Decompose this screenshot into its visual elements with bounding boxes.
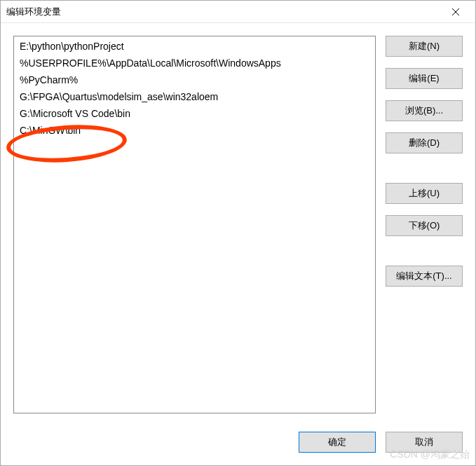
movedown-button[interactable]: 下移(O) — [386, 215, 463, 236]
delete-button[interactable]: 删除(D) — [386, 132, 463, 153]
ok-button[interactable]: 确定 — [299, 432, 376, 453]
cancel-button[interactable]: 取消 — [386, 432, 463, 453]
close-button[interactable] — [442, 1, 470, 23]
list-item[interactable]: G:\Microsoft VS Code\bin — [15, 105, 374, 122]
bottom-bar: 确定 取消 — [1, 423, 475, 465]
list-item[interactable]: C:\MinGW\bin — [15, 122, 374, 139]
list-item[interactable]: %USERPROFILE%\AppData\Local\Microsoft\Wi… — [15, 55, 374, 71]
moveup-button[interactable]: 上移(U) — [386, 183, 463, 204]
close-icon — [451, 8, 460, 16]
browse-button[interactable]: 浏览(B)... — [386, 100, 463, 121]
edit-button[interactable]: 编辑(E) — [386, 68, 463, 89]
titlebar: 编辑环境变量 — [1, 1, 475, 23]
dialog-window: 编辑环境变量 E:\python\pythonProject %USERPROF… — [0, 0, 476, 466]
new-button[interactable]: 新建(N) — [386, 36, 463, 57]
window-title: 编辑环境变量 — [6, 6, 442, 18]
side-button-column: 新建(N) 编辑(E) 浏览(B)... 删除(D) 上移(U) 下移(O) 编… — [386, 36, 463, 413]
list-item[interactable]: G:\FPGA\Quartus\modelsim_ase\win32aloem — [15, 88, 374, 105]
edittext-button[interactable]: 编辑文本(T)... — [386, 266, 463, 287]
path-listbox[interactable]: E:\python\pythonProject %USERPROFILE%\Ap… — [13, 36, 376, 413]
list-item[interactable]: E:\python\pythonProject — [15, 38, 374, 55]
list-item[interactable]: %PyCharm% — [15, 71, 374, 88]
content-area: E:\python\pythonProject %USERPROFILE%\Ap… — [1, 23, 475, 423]
